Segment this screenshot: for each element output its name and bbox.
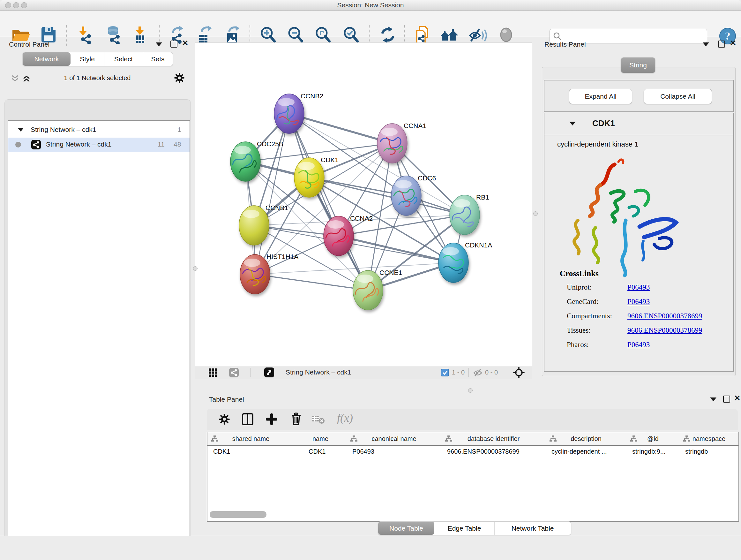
table-panel-float-button[interactable] bbox=[710, 397, 717, 401]
tree-column-icon bbox=[350, 435, 357, 442]
crosslink-compartments[interactable]: 9606.ENSP00000378699 bbox=[627, 312, 702, 320]
network-edge[interactable] bbox=[309, 178, 465, 215]
network-node-ccnb2[interactable]: CCNB2 bbox=[274, 92, 323, 133]
select-columns-icon[interactable] bbox=[242, 413, 253, 425]
zoom-in-icon[interactable] bbox=[259, 26, 280, 45]
network-node-ccne1[interactable]: CCNE1 bbox=[353, 269, 402, 310]
tab-select[interactable]: Select bbox=[104, 52, 143, 66]
zoom-selected-icon[interactable] bbox=[341, 26, 363, 45]
table-cell[interactable]: P06493 bbox=[347, 446, 441, 457]
tab-edge-table[interactable]: Edge Table bbox=[434, 522, 495, 535]
collapse-all-trees-icon[interactable] bbox=[11, 74, 19, 83]
delete-table-icon[interactable] bbox=[312, 415, 326, 425]
column-header-description[interactable]: description bbox=[546, 432, 627, 446]
column-header-id[interactable]: @id bbox=[626, 432, 680, 446]
left-splitter-handle[interactable] bbox=[193, 266, 198, 271]
network-node-rb1[interactable]: RB1 bbox=[450, 193, 489, 235]
tree-column-icon bbox=[445, 435, 452, 442]
delete-column-trash-icon[interactable] bbox=[290, 413, 302, 425]
results-node-header[interactable]: CDK1 bbox=[544, 113, 733, 135]
table-cell[interactable]: cyclin-dependent ... bbox=[546, 446, 626, 457]
export-table-icon[interactable] bbox=[195, 26, 216, 45]
collection-label: String Network – cdk1 bbox=[30, 126, 96, 133]
node-label-cdk1: CDK1 bbox=[321, 156, 339, 164]
control-panel-tabs: Network Style Select Sets bbox=[22, 52, 173, 66]
control-panel-maximize-button[interactable] bbox=[171, 41, 178, 48]
table-cell[interactable]: stringdb:9... bbox=[626, 446, 679, 457]
crosslink-genecard[interactable]: P06493 bbox=[627, 298, 650, 306]
export-image-icon[interactable] bbox=[223, 26, 245, 45]
network-node-hist1h1a[interactable]: HIST1H1A bbox=[240, 253, 298, 294]
network-edge[interactable] bbox=[255, 114, 289, 274]
crosslinks-list: Uniprot:P06493 GeneCard:P06493 Compartme… bbox=[567, 283, 726, 355]
right-splitter-handle[interactable] bbox=[533, 211, 538, 216]
tree-column-icon bbox=[630, 435, 637, 442]
results-panel-maximize-button[interactable] bbox=[718, 41, 725, 48]
network-node-ccna1[interactable]: CCNA1 bbox=[377, 122, 426, 163]
crosslink-tissues[interactable]: 9606.ENSP00000378699 bbox=[627, 326, 702, 334]
collection-expand-icon[interactable] bbox=[18, 128, 23, 132]
table-horizontal-scrollbar[interactable] bbox=[210, 511, 266, 518]
network-view-share-icon[interactable] bbox=[229, 368, 239, 377]
function-builder-icon[interactable]: f(x) bbox=[337, 411, 353, 425]
zoom-out-icon[interactable] bbox=[286, 26, 308, 45]
open-in-window-icon[interactable] bbox=[264, 368, 274, 377]
add-column-icon[interactable] bbox=[266, 413, 277, 425]
network-node-cdkn1a[interactable]: CDKN1A bbox=[439, 241, 492, 283]
network-row-selected[interactable]: String Network – cdk1 11 48 bbox=[8, 138, 190, 152]
column-header-name[interactable]: name bbox=[294, 432, 347, 446]
tab-string[interactable]: String bbox=[621, 57, 655, 73]
column-header-database-identifier[interactable]: database identifier bbox=[441, 432, 546, 446]
collapse-all-button[interactable]: Collapse All bbox=[644, 89, 712, 104]
table-cell[interactable]: 9606.ENSP00000378699 bbox=[441, 446, 546, 457]
tab-style[interactable]: Style bbox=[71, 52, 105, 66]
node-table[interactable]: shared name name canonical name database… bbox=[207, 432, 739, 522]
network-node-ccna2[interactable]: CCNA2 bbox=[324, 214, 373, 256]
table-panel-maximize-button[interactable] bbox=[723, 395, 730, 402]
network-edge[interactable] bbox=[255, 274, 368, 290]
network-options-gear-icon[interactable] bbox=[174, 73, 185, 83]
tab-network[interactable]: Network bbox=[23, 52, 71, 66]
show-hidden-icon[interactable] bbox=[496, 26, 518, 45]
hidden-eye-icon[interactable] bbox=[473, 368, 482, 377]
return-home-icon[interactable] bbox=[440, 26, 461, 45]
crosslink-pharos[interactable]: P06493 bbox=[627, 341, 650, 349]
network-node-ccnb1[interactable]: CCNB1 bbox=[239, 204, 288, 245]
tab-node-table[interactable]: Node Table bbox=[378, 522, 434, 535]
expand-all-trees-icon[interactable] bbox=[22, 74, 30, 83]
control-panel-float-button[interactable] bbox=[156, 43, 162, 46]
status-bar: Memory bbox=[0, 536, 741, 560]
expand-all-button[interactable]: Expand All bbox=[569, 89, 632, 104]
grid-view-icon[interactable] bbox=[209, 368, 217, 377]
network-edge[interactable] bbox=[339, 236, 454, 263]
network-edge-count: 48 bbox=[174, 140, 181, 148]
table-settings-gear-icon[interactable] bbox=[219, 414, 230, 425]
network-current-dot bbox=[15, 142, 21, 147]
network-edge[interactable] bbox=[289, 114, 368, 290]
node-section-collapse-icon[interactable] bbox=[569, 122, 576, 125]
network-edge[interactable] bbox=[289, 114, 392, 143]
column-header-shared-name[interactable]: shared name bbox=[207, 432, 294, 446]
control-panel-close-button[interactable]: ✕ bbox=[182, 40, 188, 46]
results-panel-float-button[interactable] bbox=[703, 43, 709, 46]
tab-sets[interactable]: Sets bbox=[143, 52, 173, 66]
string-import-icon[interactable] bbox=[413, 26, 434, 45]
hide-selected-icon[interactable] bbox=[468, 26, 489, 45]
network-canvas[interactable]: CCNB2CCNA1CDC25BCDK1CDC6RB1CCNB1CCNA2CDK… bbox=[195, 43, 532, 367]
network-collection-row[interactable]: String Network – cdk1 1 bbox=[8, 123, 190, 137]
selected-checkbox-icon[interactable] bbox=[441, 369, 449, 376]
table-panel-close-button[interactable]: ✕ bbox=[734, 395, 740, 401]
zoom-fit-icon[interactable] bbox=[313, 26, 335, 45]
refresh-view-icon[interactable] bbox=[378, 26, 400, 45]
table-cell[interactable]: stringdb bbox=[679, 446, 738, 457]
tab-network-table[interactable]: Network Table bbox=[494, 522, 571, 535]
network-node-cdc25b[interactable]: CDC25B bbox=[230, 140, 283, 181]
table-cell[interactable]: CDK1 bbox=[207, 446, 294, 457]
column-header-canonical-name[interactable]: canonical name bbox=[347, 432, 442, 446]
network-node-cdc6[interactable]: CDC6 bbox=[391, 174, 436, 215]
table-cell[interactable]: CDK1 bbox=[294, 446, 347, 457]
results-panel-close-button[interactable]: ✕ bbox=[730, 40, 736, 46]
birds-eye-view-icon[interactable] bbox=[513, 367, 525, 378]
crosslink-uniprot[interactable]: P06493 bbox=[627, 283, 650, 292]
column-header-namespace[interactable]: namespace bbox=[679, 432, 738, 446]
